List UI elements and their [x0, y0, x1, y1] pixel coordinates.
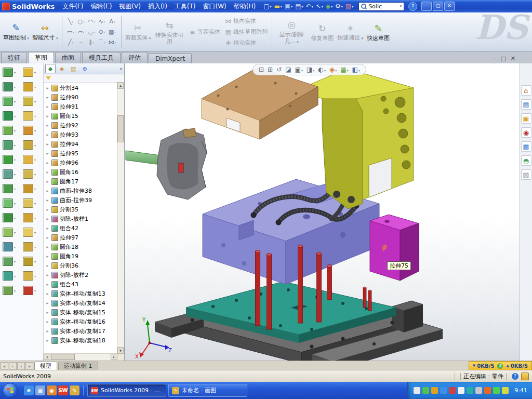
left-toolbar-icon[interactable]: [3, 184, 23, 193]
property-manager-tab[interactable]: ◈: [57, 64, 67, 73]
ribbon-tab[interactable]: 特征: [1, 52, 27, 63]
trim-entities-button[interactable]: ✂ 剪裁实体: [124, 14, 152, 50]
expand-arrow-icon[interactable]: [45, 95, 50, 100]
expand-arrow-icon[interactable]: [45, 263, 50, 268]
scroll-thumb[interactable]: [117, 115, 124, 142]
expand-arrow-icon[interactable]: [45, 132, 50, 137]
left-toolbar-icon[interactable]: [3, 286, 23, 295]
left-toolbar-icon[interactable]: [3, 140, 23, 150]
expand-arrow-icon[interactable]: [45, 123, 50, 128]
tree-item[interactable]: 圆角15: [44, 111, 117, 121]
menu-item[interactable]: 文件(F): [59, 2, 87, 11]
tray-icon[interactable]: [458, 387, 464, 394]
close-button[interactable]: ✕: [444, 2, 455, 11]
tree-item[interactable]: 组合43: [44, 280, 117, 289]
left-toolbar-icon[interactable]: [3, 68, 23, 77]
tree-item[interactable]: 实体-移动/复制15: [44, 308, 117, 317]
line-tool-icon[interactable]: ╲: [66, 17, 76, 26]
left-toolbar-icon[interactable]: [23, 257, 43, 266]
tree-horizontal-scrollbar[interactable]: [44, 353, 117, 361]
tree-item[interactable]: 拉伸92: [44, 121, 117, 130]
last-tab-icon[interactable]: »: [25, 362, 33, 370]
tree-item[interactable]: 组合42: [44, 223, 117, 233]
show-desktop-icon[interactable]: ▦: [35, 385, 45, 395]
left-toolbar-icon[interactable]: [23, 155, 43, 164]
left-toolbar-icon[interactable]: [23, 82, 43, 91]
mirror-tool-icon[interactable]: ⋈: [108, 37, 117, 47]
expand-arrow-icon[interactable]: [45, 301, 50, 305]
tree-item[interactable]: 切除-放样1: [44, 214, 117, 223]
tray-icon[interactable]: [440, 387, 447, 394]
tray-icon[interactable]: [431, 387, 438, 394]
ribbon-tab[interactable]: 草图: [28, 52, 54, 63]
solidworks-icon[interactable]: SW: [58, 385, 68, 395]
tree-item[interactable]: 实体-移动/复制14: [44, 298, 117, 308]
expand-arrow-icon[interactable]: [45, 254, 50, 259]
left-toolbar-icon[interactable]: [3, 242, 23, 251]
left-toolbar-icon[interactable]: [23, 286, 43, 295]
menu-item[interactable]: 插入(I): [144, 2, 171, 11]
minimize-button[interactable]: –: [421, 2, 432, 11]
new-document-icon[interactable]: ▢: [262, 2, 272, 11]
tree-item[interactable]: 圆角17: [44, 177, 117, 186]
left-toolbar-icon[interactable]: [3, 82, 23, 91]
internet-explorer-icon[interactable]: e: [24, 385, 34, 395]
expand-arrow-icon[interactable]: [45, 104, 50, 109]
expand-arrow-icon[interactable]: [45, 282, 50, 287]
left-toolbar-icon[interactable]: [3, 257, 23, 266]
expand-arrow-icon[interactable]: [45, 207, 50, 212]
expand-arrow-icon[interactable]: [45, 217, 50, 221]
convert-entities-button[interactable]: ⇆ 转换实体引用: [153, 14, 186, 50]
scroll-down-icon[interactable]: [117, 347, 124, 354]
top-plate-part[interactable]: [202, 67, 318, 139]
select-icon[interactable]: ↖: [315, 2, 324, 11]
menu-item[interactable]: 窗口(W): [200, 2, 230, 11]
clipboard-icon[interactable]: [521, 373, 529, 380]
open-icon[interactable]: ▬: [273, 2, 283, 11]
expand-arrow-icon[interactable]: [45, 329, 50, 334]
spline-tool-icon[interactable]: ∿: [97, 17, 107, 26]
tray-icon[interactable]: [414, 387, 420, 394]
tree-item[interactable]: 圆角19: [44, 251, 117, 261]
left-toolbar-icon[interactable]: [23, 271, 43, 281]
expand-arrow-icon[interactable]: [45, 161, 50, 165]
tray-icon[interactable]: [449, 387, 456, 394]
rectangle-tool-icon[interactable]: ▭: [66, 27, 76, 37]
view-settings-icon[interactable]: ◧: [352, 66, 360, 73]
left-toolbar-icon[interactable]: [3, 213, 23, 222]
print-icon[interactable]: ▤: [294, 2, 304, 11]
minimize-doc-icon[interactable]: –: [493, 56, 496, 61]
tree-item[interactable]: 拉伸90: [44, 92, 117, 102]
rapid-sketch-button[interactable]: ✎ 快速草图: [365, 14, 391, 50]
display-delete-relations-button[interactable]: ◎ 显示/删除几...: [275, 14, 308, 50]
ribbon-tab[interactable]: 曲面: [55, 52, 81, 63]
slide-block-part[interactable]: φ: [370, 215, 419, 281]
left-toolbar-icon[interactable]: [23, 126, 43, 135]
point-tool-icon[interactable]: ·: [76, 37, 86, 47]
ellipse-tool-icon[interactable]: ⊙: [97, 27, 107, 37]
circle-tool-icon[interactable]: ○: [76, 17, 86, 26]
tray-icon[interactable]: [475, 387, 482, 394]
tray-icon[interactable]: [502, 387, 509, 394]
scroll-up-icon[interactable]: [117, 82, 124, 89]
expand-arrow-icon[interactable]: [45, 320, 50, 324]
expand-arrow-icon[interactable]: [45, 235, 50, 240]
expand-arrow-icon[interactable]: [45, 86, 50, 90]
left-toolbar-icon[interactable]: [3, 97, 23, 106]
first-tab-icon[interactable]: «: [1, 362, 8, 370]
scroll-right-icon[interactable]: [111, 354, 117, 360]
status-help-icon[interactable]: ?: [512, 373, 518, 380]
slide-insert-part[interactable]: [126, 128, 207, 200]
appearances-icon[interactable]: ◓: [521, 155, 531, 166]
maximize-button[interactable]: ▢: [433, 2, 443, 11]
media-player-icon[interactable]: ◉: [47, 385, 57, 395]
left-toolbar-icon[interactable]: [3, 126, 23, 135]
left-toolbar-icon[interactable]: [23, 111, 43, 121]
left-toolbar-icon[interactable]: [3, 271, 23, 281]
expand-arrow-icon[interactable]: [45, 273, 50, 277]
left-toolbar-icon[interactable]: [23, 97, 43, 106]
view-palette-icon[interactable]: ▦: [521, 141, 531, 152]
ribbon-tab[interactable]: 模具工具: [82, 52, 121, 63]
arc-tool-icon[interactable]: ◠: [87, 17, 97, 26]
left-toolbar-icon[interactable]: [23, 140, 43, 150]
